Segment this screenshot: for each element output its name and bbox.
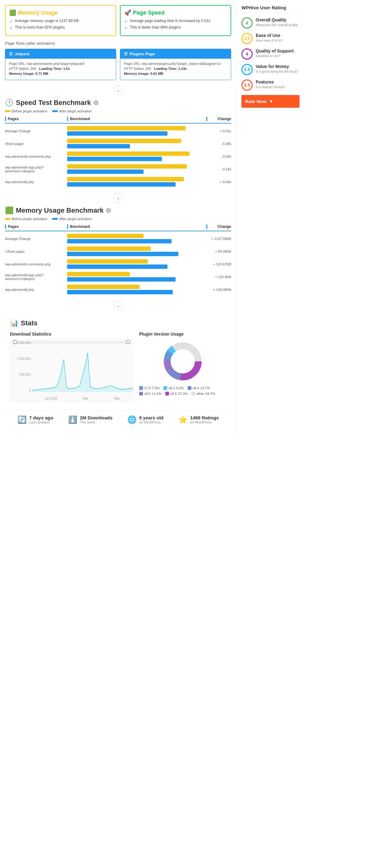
version-name-5: other [196, 392, 204, 396]
speed-benchmark-table: Pages Benchmark Change Average Change + … [5, 117, 231, 187]
footer-icon-3: ⭐ [178, 415, 188, 424]
chart-x-labels: Jan 2020 Mar May [32, 397, 133, 400]
rating-circle-4: 3.5 [241, 80, 253, 91]
version-dot-5 [192, 392, 195, 396]
expand-btn-1[interactable]: ⌄ [113, 85, 123, 95]
bar-before-wrap-1 [67, 247, 206, 251]
chart-area [32, 340, 133, 392]
bar-before-4 [67, 285, 140, 289]
bench-change-2: + 120.67KB [206, 262, 231, 266]
speed-info-icon[interactable]: i [93, 100, 98, 105]
check-icon-1: ✓ [9, 19, 13, 24]
bar-before-3 [67, 164, 187, 168]
version-name-4: v8.6 [170, 392, 177, 396]
rating-circle-2: 4 [241, 49, 253, 60]
bench-change-3: - 0.19s [206, 167, 231, 171]
version-dot-1 [164, 386, 167, 390]
bench-bars-1 [67, 139, 206, 148]
bench-row-0: Average Change + 0.01s [5, 126, 231, 136]
rating-item-0: 4 Overall Quality Measures the overall q… [241, 18, 299, 29]
bar-before-0 [67, 126, 186, 130]
footer-main-3: 1499 Ratings [190, 415, 219, 420]
memory-benchmark-title: 🟩 Memory Usage Benchmark i [5, 207, 231, 215]
stats-grid: Download Statistics 1,500,000 1,000,000 … [10, 332, 226, 402]
bar-before-2 [67, 152, 190, 156]
rating-sub-0: Measures the overall quality [256, 23, 298, 27]
speed-card: 🚀 Page Speed ✓ Average page loading time… [120, 5, 231, 36]
legend-before-speed: Before plugin activation [5, 109, 47, 113]
stats-title: 📊 Stats [10, 319, 226, 327]
bench-row-0: Average Change + 1137.99KB [5, 234, 231, 243]
memory-item-1: ✓ Average memory usage is 1137.99 KB [9, 19, 112, 24]
bench-change-2: - 0.04s [206, 155, 231, 158]
version-name-2: v8.4 [193, 386, 199, 390]
footer-icon-1: ⬇️ [68, 415, 77, 424]
version-name-1: v8.3 [168, 386, 175, 390]
bench-page-0: Average Change [5, 129, 67, 133]
footer-stats: 🔄 7 days ago Last Updated ⬇️ 2M Download… [5, 410, 231, 429]
footer-main-0: 7 days ago [29, 415, 53, 420]
speed-item-1: ✓ Average page loading time is increased… [124, 19, 227, 24]
footer-stat-3: ⭐ 1499 Ratings on WordPress [178, 415, 219, 424]
bar-after-wrap-4 [67, 290, 206, 294]
bench-row-3: /wp-admin/edit-tags.php?taxonomy=categor… [5, 164, 231, 174]
memory-info-icon[interactable]: i [106, 208, 111, 213]
speed-col-pages: Pages [5, 117, 67, 121]
expand-btn-2[interactable]: ⌄ [113, 193, 123, 203]
bench-bars-0 [67, 126, 206, 136]
page-icon-2: ☰ [124, 52, 128, 56]
stats-icon: 📊 [10, 319, 18, 327]
bar-after-3 [67, 169, 144, 174]
check-icon-3: ✓ [124, 19, 128, 24]
rating-item-3: 3.5 Value for Money Is it good bang for … [241, 64, 299, 75]
page-test-body-jetpack: Page URL: /wp-admin/admin.php?page=jetpa… [5, 59, 116, 80]
bench-bars-0 [67, 234, 206, 243]
bar-after-wrap-1 [67, 252, 206, 256]
memory-icon: 🟩 [9, 9, 16, 16]
speed-bench-header: Pages Benchmark Change [5, 117, 231, 124]
footer-icon-2: 🌐 [127, 415, 137, 424]
footer-sub-1: This week [80, 420, 113, 424]
sidebar-title: WPHive User Rating [241, 5, 299, 13]
memory-benchmark-section: 🟩 Memory Usage Benchmark i Before plugin… [5, 207, 231, 294]
memory-bench-header: Pages Benchmark Change [5, 224, 231, 231]
memory-item-2: ✓ This is more than 92% plugins [9, 25, 112, 30]
rating-label-1: Ease of Use [256, 33, 282, 38]
bar-before-0 [67, 234, 144, 238]
check-icon-2: ✓ [9, 26, 13, 30]
version-name-3: v8.5 [144, 392, 151, 396]
version-item-3: v8.5 11.6% [139, 392, 162, 396]
bench-bars-3 [67, 272, 206, 282]
version-legend: v7.9 7.5% v8.3 5.2% v8.4 13.7% v8.5 11.6… [139, 386, 226, 396]
bar-before-1 [67, 139, 181, 143]
bench-bars-3 [67, 164, 206, 174]
version-item-2: v8.4 13.7% [188, 386, 210, 390]
rate-now-button[interactable]: Rate Now ▼ [241, 95, 299, 108]
bar-after-4 [67, 182, 176, 187]
bar-before-4 [67, 177, 184, 181]
bench-page-4: /wp-admin/edit.php [5, 288, 67, 291]
bench-row-2: /wp-admin/edit-comments.php - 0.04s [5, 152, 231, 161]
page-test-header-plugins: ☰ Plugins Page [120, 49, 231, 59]
bar-before-wrap-3 [67, 164, 206, 168]
speed-icon: 🚀 [124, 9, 131, 16]
memory-col-pages: Pages [5, 224, 67, 229]
bar-after-wrap-3 [67, 169, 206, 174]
bar-before-1 [67, 247, 151, 251]
speed-bench-rows: Average Change + 0.01s /(front page) [5, 126, 231, 187]
bar-after-4 [67, 290, 173, 294]
bar-after-1 [67, 252, 178, 256]
chart-svg [32, 340, 133, 392]
version-usage: Plugin Version Usage [139, 332, 226, 402]
rating-items: 4 Overall Quality Measures the overall q… [241, 18, 299, 91]
donut-chart [161, 340, 204, 383]
page-test-body-plugins: Page URL: /wp-admin/plugins.php?plugin_s… [120, 59, 231, 80]
bench-row-1: /(front page) - 0.38s [5, 139, 231, 148]
speed-benchmark-section: 🕐 Speed Test Benchmark i Before plugin a… [5, 99, 231, 187]
bench-row-2: /wp-admin/edit-comments.php + 120.67KB [5, 259, 231, 269]
memory-benchmark-table: Pages Benchmark Change Average Change + … [5, 224, 231, 294]
bench-row-4: /wp-admin/edit.php + 0.04s [5, 177, 231, 187]
bar-before-wrap-4 [67, 285, 206, 289]
rating-label-3: Value for Money [256, 64, 299, 69]
expand-btn-3[interactable]: ⌄ [113, 301, 123, 310]
